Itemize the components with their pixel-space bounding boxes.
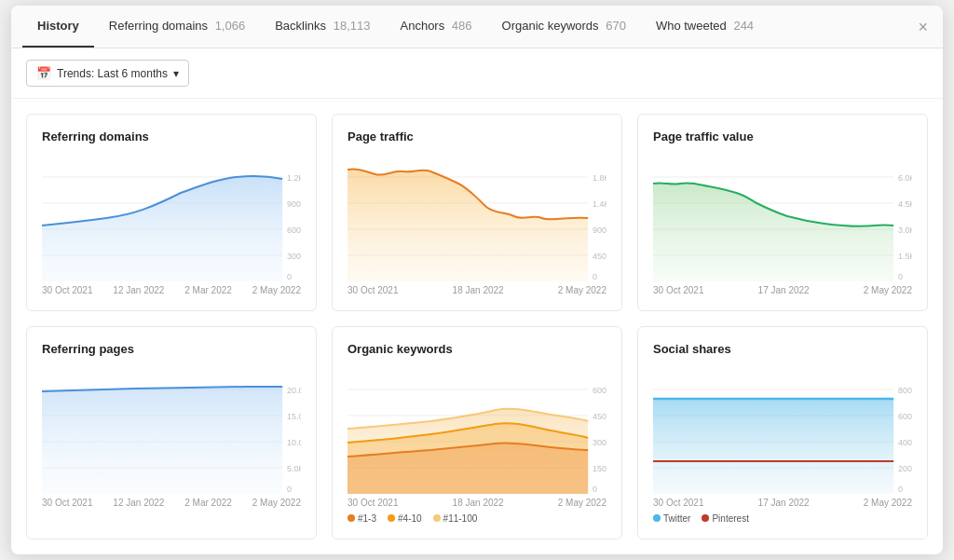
chart-organic-keywords-legend: #1-3 #4-10 #11-100 [348,513,606,524]
chart-page-traffic: Page traffic 1.8K 1.4K 900 [332,114,622,311]
svg-text:0: 0 [593,272,597,281]
chart-page-traffic-value-x-labels: 30 Oct 2021 17 Jan 2022 2 May 2022 [653,285,912,295]
chart-referring-domains: Referring domains 1.2K [26,114,317,311]
chart-organic-keywords: Organic keywords 600 450 300 [332,326,622,540]
chevron-down-icon: ▾ [173,67,179,80]
tab-anchors-label: Anchors [401,19,445,33]
svg-text:300: 300 [593,438,606,447]
chart-social-shares-area: 800 600 400 200 0 [653,363,912,494]
chart-page-traffic-x-labels: 30 Oct 2021 18 Jan 2022 2 May 2022 [348,285,606,295]
tab-who-tweeted[interactable]: Who tweeted 244 [641,6,769,48]
svg-text:800: 800 [898,386,912,395]
chart-referring-pages-title: Referring pages [42,342,301,356]
svg-text:0: 0 [287,272,292,281]
svg-text:1.4K: 1.4K [593,199,606,209]
toolbar: 📅 Trends: Last 6 months ▾ [11,48,943,99]
svg-text:1.8K: 1.8K [593,173,606,183]
chart-page-traffic-title: Page traffic [348,130,606,143]
calendar-icon: 📅 [36,66,51,80]
tab-organic-keywords[interactable]: Organic keywords 670 [487,6,641,48]
tab-who-tweeted-label: Who tweeted [656,19,727,33]
svg-text:10.0K: 10.0K [287,438,301,447]
tab-who-tweeted-count: 244 [733,19,754,33]
chart-organic-keywords-title: Organic keywords [348,342,606,356]
tab-anchors-count: 486 [452,19,472,33]
tab-history[interactable]: History [22,6,94,48]
svg-text:900: 900 [287,199,301,209]
chart-social-shares: Social shares 800 600 400 [637,326,928,540]
close-button[interactable]: × [914,13,932,40]
tab-bar: History Referring domains 1,066 Backlink… [11,6,943,48]
tab-backlinks-label: Backlinks [275,19,326,33]
svg-text:1.5K: 1.5K [898,252,912,261]
chart-social-shares-legend: Twitter Pinterest [653,513,912,524]
chart-social-shares-title: Social shares [653,342,912,356]
tab-history-label: History [37,19,79,33]
tab-referring-domains[interactable]: Referring domains 1,066 [94,6,260,48]
chart-page-traffic-value-title: Page traffic value [653,130,912,143]
svg-text:450: 450 [593,412,606,421]
chart-referring-domains-area: 1.2K 900 600 300 0 [42,151,301,281]
chart-referring-domains-x-labels: 30 Oct 2021 12 Jan 2022 2 Mar 2022 2 May… [42,285,301,295]
tab-referring-domains-count: 1,066 [215,19,246,33]
chart-page-traffic-value-area: 6.0K 4.5K 3.0K 1.5K 0 [653,151,912,281]
svg-text:0: 0 [593,485,597,494]
svg-text:600: 600 [593,386,606,395]
svg-text:6.0K: 6.0K [898,173,912,183]
svg-text:15.0K: 15.0K [287,412,301,421]
svg-text:400: 400 [898,438,912,447]
chart-organic-keywords-x-labels: 30 Oct 2021 18 Jan 2022 2 May 2022 [348,498,606,508]
chart-page-traffic-area: 1.8K 1.4K 900 450 0 [348,151,606,281]
chart-referring-pages-area: 20.0K 15.0K 10.0K 5.0K 0 [42,363,301,494]
chart-referring-pages-x-labels: 30 Oct 2021 12 Jan 2022 2 Mar 2022 2 May… [42,498,301,508]
chart-referring-domains-title: Referring domains [42,130,301,143]
tab-referring-domains-label: Referring domains [109,19,208,33]
svg-text:0: 0 [287,485,292,494]
svg-text:600: 600 [898,412,912,421]
svg-text:900: 900 [593,225,606,235]
svg-text:300: 300 [287,252,301,261]
svg-text:200: 200 [898,464,912,473]
tab-backlinks[interactable]: Backlinks 18,113 [260,6,385,48]
svg-text:0: 0 [898,272,903,281]
svg-text:1.2K: 1.2K [287,173,301,183]
svg-text:3.0K: 3.0K [898,225,912,235]
svg-text:0: 0 [898,485,903,494]
main-window: History Referring domains 1,066 Backlink… [11,6,943,554]
tab-organic-keywords-label: Organic keywords [502,19,599,33]
svg-text:150: 150 [593,464,606,473]
svg-text:600: 600 [287,225,301,235]
trends-button[interactable]: 📅 Trends: Last 6 months ▾ [26,60,189,87]
svg-text:20.0K: 20.0K [287,386,301,395]
tab-organic-keywords-count: 670 [606,19,626,33]
chart-social-shares-x-labels: 30 Oct 2021 17 Jan 2022 2 May 2022 [653,498,912,508]
svg-text:4.5K: 4.5K [898,199,912,209]
svg-text:450: 450 [593,252,606,261]
chart-organic-keywords-area: 600 450 300 150 0 [348,363,606,494]
trends-label: Trends: Last 6 months [57,67,168,80]
charts-grid: Referring domains 1.2K [11,99,943,554]
chart-page-traffic-value: Page traffic value 6.0K 4.5K 3.0 [637,114,928,311]
tab-anchors[interactable]: Anchors 486 [386,6,487,48]
svg-text:5.0K: 5.0K [287,464,301,473]
chart-referring-pages: Referring pages 20.0K 15.0K 10.0 [26,326,317,540]
tab-backlinks-count: 18,113 [334,19,371,33]
